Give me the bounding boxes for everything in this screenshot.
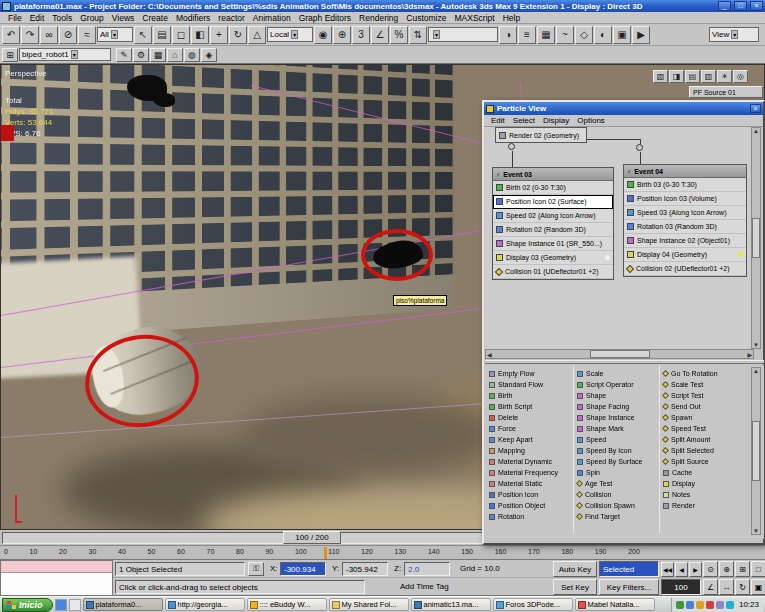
event-title[interactable]: ⚡ Event 04 — [624, 165, 746, 178]
grid-icon[interactable]: ▦ — [150, 48, 166, 62]
x-coordinate-field[interactable]: -300.934 — [280, 562, 326, 576]
depot-item[interactable]: Speed By Surface — [577, 456, 657, 467]
zoom-extents-icon[interactable]: ⊞ — [735, 561, 750, 577]
menu-item[interactable]: Views — [108, 13, 139, 23]
event-node[interactable]: ⚡ Event 03 Birth 02 (0-30 T:30) Position… — [492, 167, 614, 280]
select-and-move-icon[interactable]: + — [210, 26, 228, 44]
menu-item[interactable]: MAXScript — [450, 13, 498, 23]
depot-item[interactable]: Speed By Icon — [577, 445, 657, 456]
schematic-view-icon[interactable]: ◇ — [575, 26, 593, 44]
select-and-rotate-icon[interactable]: ↻ — [229, 26, 247, 44]
viewport-label[interactable]: Perspective — [5, 69, 47, 78]
depot-item[interactable]: Birth — [489, 390, 571, 401]
scroll-up-icon[interactable]: ▲ — [753, 128, 759, 134]
quick-launch-icon[interactable] — [69, 599, 81, 611]
gizmo-icon[interactable]: ◈ — [201, 48, 217, 62]
menu-item[interactable]: Edit — [26, 13, 49, 23]
rectangular-selection-region-icon[interactable]: ◻ — [172, 26, 190, 44]
event-action-row[interactable]: Position Icon 03 (Volume) — [624, 192, 746, 206]
depot-item[interactable]: Collision Spawn — [577, 500, 657, 511]
depot-item[interactable]: Material Frequency — [489, 467, 571, 478]
depot-item[interactable]: Empty Flow — [489, 368, 571, 379]
taskbar-item[interactable]: http://georgia... — [165, 598, 245, 611]
taskbar-item[interactable]: plataforma0... — [83, 598, 163, 611]
percent-snap-icon[interactable]: % — [390, 26, 408, 44]
canvas-horizontal-scrollbar[interactable]: ◀ ▶ — [485, 349, 754, 359]
scroll-left-icon[interactable]: ◀ — [487, 351, 492, 358]
unlink-selection-icon[interactable]: ⊘ — [59, 26, 77, 44]
depot-item[interactable]: Delete — [489, 412, 571, 423]
display-panel-icon[interactable]: ◨ — [669, 70, 684, 83]
close-button[interactable]: × — [750, 1, 763, 11]
depot-item[interactable]: Render — [663, 500, 745, 511]
taskbar-item[interactable]: Foros 3DPode... — [493, 598, 573, 611]
render-setup-icon[interactable]: ▣ — [613, 26, 631, 44]
restore-button[interactable]: □ — [734, 1, 747, 11]
tray-icon[interactable] — [696, 601, 704, 609]
properties-icon[interactable]: ▥ — [701, 70, 716, 83]
particle-view-title-bar[interactable]: Particle View × — [484, 102, 763, 115]
display-mode-icon[interactable]: ◍ — [184, 48, 200, 62]
select-and-manipulate-icon[interactable]: ⊕ — [333, 26, 351, 44]
tray-icon[interactable] — [676, 601, 684, 609]
field-of-view-icon[interactable]: ∠ — [703, 579, 718, 595]
depot-item[interactable]: Split Selected — [663, 445, 745, 456]
menu-item[interactable]: Customize — [402, 13, 450, 23]
render-node[interactable]: Render 02 (Geometry) — [495, 127, 587, 143]
start-button[interactable]: Inicio — [2, 598, 53, 612]
event-title[interactable]: ⚡ Event 03 — [493, 168, 613, 181]
layers-panel-icon[interactable]: ▤ — [685, 70, 700, 83]
scroll-down-icon[interactable]: ▼ — [753, 342, 759, 348]
menu-item[interactable]: Graph Editors — [295, 13, 355, 23]
event-action-row[interactable]: Collision 01 (UDeflector01 +2) — [493, 265, 613, 279]
reference-coordinate-dropdown[interactable]: Local▾ — [267, 27, 313, 42]
depot-item[interactable]: Standard Flow — [489, 379, 571, 390]
scroll-down-icon[interactable]: ▼ — [753, 528, 759, 534]
depot-item[interactable]: Age Test — [577, 478, 657, 489]
event-action-row[interactable]: Rotation 03 (Random 3D) — [624, 220, 746, 234]
select-and-link-icon[interactable]: ∞ — [40, 26, 58, 44]
depot-item[interactable]: Notes — [663, 489, 745, 500]
undo-icon[interactable]: ↶ — [2, 26, 20, 44]
z-coordinate-field[interactable]: 2.0 — [404, 562, 450, 576]
depot-item[interactable]: Shape Instance — [577, 412, 657, 423]
depot-item[interactable]: Shape Facing — [577, 401, 657, 412]
select-and-scale-icon[interactable]: △ — [248, 26, 266, 44]
depot-item[interactable]: Send Out — [663, 401, 745, 412]
tray-icon[interactable] — [706, 601, 714, 609]
depot-item[interactable]: Speed — [577, 434, 657, 445]
event-action-row[interactable]: Shape Instance 02 (Object01) — [624, 234, 746, 248]
quick-render-icon[interactable]: ▶ — [632, 26, 650, 44]
current-frame-marker[interactable] — [324, 547, 327, 559]
go-to-start-icon[interactable]: ◀◀ — [661, 562, 674, 577]
event-action-row[interactable]: Birth 02 (0-30 T:30) — [493, 181, 613, 195]
menu-item[interactable]: Modifiers — [172, 13, 214, 23]
time-slider-handle[interactable]: 100 / 200 — [283, 531, 341, 544]
depot-item[interactable]: Script Test — [663, 390, 745, 401]
selection-lock-icon[interactable]: ⚿ — [248, 562, 264, 576]
current-frame-field[interactable]: 100 — [661, 579, 701, 595]
depot-item[interactable]: Display — [663, 478, 745, 489]
y-coordinate-field[interactable]: -305.942 — [342, 562, 388, 576]
scroll-right-icon[interactable]: ▶ — [747, 351, 752, 358]
tray-icon[interactable] — [716, 601, 724, 609]
depot-item[interactable]: Split Source — [663, 456, 745, 467]
layer-manager-icon[interactable]: ▦ — [537, 26, 555, 44]
depot-item[interactable]: Spin — [577, 467, 657, 478]
event-action-row[interactable]: Position Icon 02 (Surface) — [493, 195, 613, 209]
zoom-all-icon[interactable]: ⊕ — [719, 561, 734, 577]
taskbar-item[interactable]: Mabel Natalia... — [575, 598, 655, 611]
cameras-icon[interactable]: ◎ — [733, 70, 748, 83]
isolate-icon[interactable]: ▧ — [653, 70, 668, 83]
track-bar[interactable]: 0102030405060708090100110120130140150160… — [0, 546, 765, 560]
spinner-snap-icon[interactable]: ⇅ — [409, 26, 427, 44]
depot-item[interactable]: Collision — [577, 489, 657, 500]
taskbar-item[interactable]: My Shared Fol... — [329, 598, 409, 611]
depot-item[interactable]: Material Dynamic — [489, 456, 571, 467]
menu-item[interactable]: Group — [76, 13, 108, 23]
edit-keys-icon[interactable]: ✎ — [116, 48, 132, 62]
pf-source-field[interactable]: PF Source 01 — [689, 86, 763, 98]
depot-item[interactable]: Speed Test — [663, 423, 745, 434]
key-filters-button[interactable]: Key Filters... — [599, 579, 659, 595]
close-icon[interactable]: × — [750, 104, 761, 113]
